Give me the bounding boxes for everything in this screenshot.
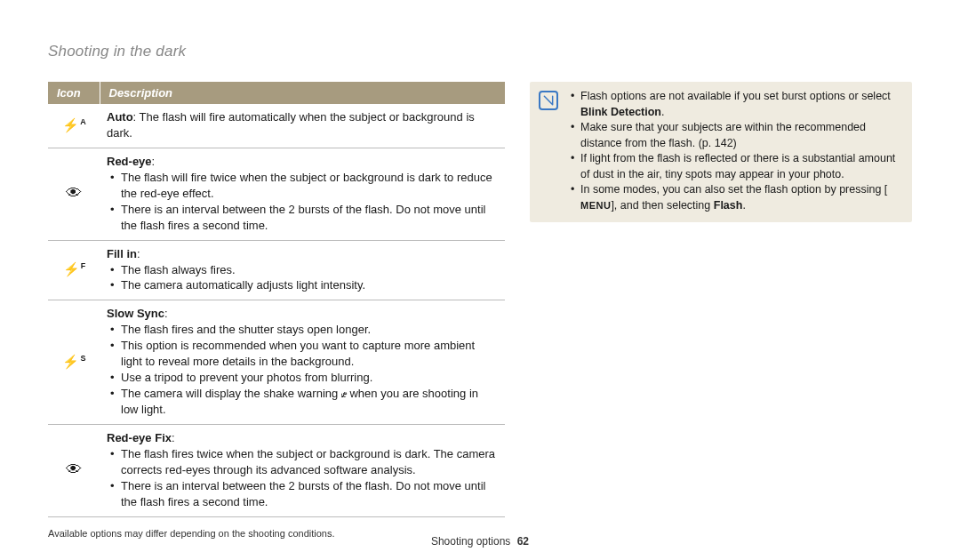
list-item: If light from the flash is reflected or …: [571, 151, 901, 182]
flash-options-table: Icon Description ⚡A Auto: The flash will…: [48, 82, 505, 517]
col-header-desc: Description: [100, 82, 505, 104]
flash-slow-sync-icon: ⚡S: [48, 300, 100, 425]
right-column: Flash options are not available if you s…: [530, 82, 912, 539]
list-item: The flash always fires.: [110, 262, 498, 278]
list-item: Use a tripod to prevent your photos from…: [110, 370, 498, 386]
list-item: The flash will fire twice when the subje…: [110, 170, 498, 202]
content-columns: Icon Description ⚡A Auto: The flash will…: [48, 82, 912, 539]
desc-red-eye-fix: Red-eye Fix: The flash fires twice when …: [100, 424, 505, 516]
table-row: ⚡S Slow Sync: The flash fires and the sh…: [48, 300, 505, 425]
list-item: The flash fires twice when the subject o…: [110, 446, 498, 478]
table-row: 👁 Red-eye: The flash will fire twice whe…: [48, 148, 505, 240]
footer-section: Shooting options: [431, 535, 510, 548]
flash-auto-icon: ⚡A: [48, 104, 100, 148]
note-icon: [539, 91, 558, 110]
shake-warning-icon: ⸙: [341, 387, 347, 402]
page-footer: Shooting options 62: [0, 535, 960, 548]
list-item: The camera will display the shake warnin…: [110, 386, 498, 418]
list-item: Flash options are not available if you s…: [571, 89, 901, 120]
list-item: There is an interval between the 2 burst…: [110, 478, 498, 510]
table-row: ⚡A Auto: The flash will fire automatical…: [48, 104, 505, 148]
list-item: Make sure that your subjects are within …: [571, 120, 901, 151]
page-title: Shooting in the dark: [48, 43, 912, 60]
note-box: Flash options are not available if you s…: [530, 82, 912, 222]
red-eye-fix-icon: 👁: [48, 424, 100, 516]
flash-fill-icon: ⚡F: [48, 240, 100, 300]
table-row: ⚡F Fill in: The flash always fires. The …: [48, 240, 505, 300]
menu-button-glyph: MENU: [580, 199, 611, 212]
desc-auto: Auto: The flash will fire automatically …: [100, 104, 505, 148]
list-item: The camera automatically adjusts light i…: [110, 277, 498, 293]
left-column: Icon Description ⚡A Auto: The flash will…: [48, 82, 505, 539]
desc-fill-in: Fill in: The flash always fires. The cam…: [100, 240, 505, 300]
list-item: This option is recommended when you want…: [110, 338, 498, 370]
desc-red-eye: Red-eye: The flash will fire twice when …: [100, 148, 505, 240]
col-header-icon: Icon: [48, 82, 100, 104]
table-row: 👁 Red-eye Fix: The flash fires twice whe…: [48, 424, 505, 516]
list-item: There is an interval between the 2 burst…: [110, 202, 498, 234]
page-number: 62: [517, 535, 529, 548]
list-item: In some modes, you can also set the flas…: [571, 182, 901, 213]
desc-slow-sync: Slow Sync: The flash fires and the shutt…: [100, 300, 505, 425]
red-eye-icon: 👁: [48, 148, 100, 240]
list-item: The flash fires and the shutter stays op…: [110, 322, 498, 338]
